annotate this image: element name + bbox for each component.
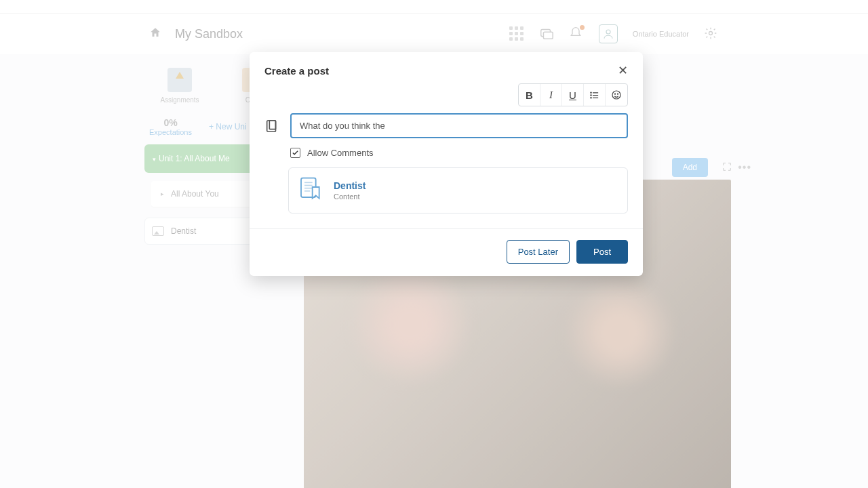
list-button[interactable]: [584, 84, 606, 106]
attached-content-card[interactable]: Dentist Content: [288, 167, 628, 214]
post-text-input[interactable]: [290, 113, 628, 138]
user-avatar-icon[interactable]: [599, 24, 618, 43]
italic-button[interactable]: I: [540, 84, 562, 106]
svg-rect-14: [269, 120, 275, 129]
svg-point-11: [614, 94, 615, 94]
apps-grid-icon[interactable]: [509, 26, 524, 41]
svg-point-2: [606, 30, 610, 34]
svg-point-8: [591, 94, 591, 95]
svg-rect-13: [267, 120, 276, 131]
attachment-subtitle: Content: [334, 192, 366, 201]
format-toolbar: B I U: [518, 83, 628, 106]
allow-comments-checkbox[interactable]: [290, 148, 300, 158]
bold-button[interactable]: B: [519, 84, 540, 106]
svg-rect-1: [543, 32, 553, 39]
content-card-label: Dentist: [171, 226, 196, 236]
more-icon[interactable]: •••: [738, 161, 751, 174]
new-unit-link[interactable]: + New Uni: [209, 122, 247, 131]
attachment-title: Dentist: [334, 180, 366, 191]
settings-gear-icon[interactable]: [704, 26, 719, 41]
document-bookmark-icon: [300, 177, 323, 204]
expectations-widget[interactable]: 0% Expectations: [149, 117, 192, 136]
assignments-tool[interactable]: Assignments: [153, 68, 207, 104]
underline-button[interactable]: U: [562, 84, 584, 106]
svg-point-10: [612, 91, 620, 99]
create-post-modal: Create a post ✕ B I U Allow Comments: [250, 52, 643, 276]
attachment-icon[interactable]: [264, 119, 279, 134]
svg-point-7: [591, 92, 591, 93]
assignments-label: Assignments: [160, 96, 199, 104]
svg-point-3: [709, 32, 713, 35]
expectations-pct: 0%: [149, 117, 192, 128]
svg-point-9: [591, 97, 591, 98]
expand-icon[interactable]: [722, 161, 732, 172]
close-icon[interactable]: ✕: [618, 64, 628, 77]
modal-title: Create a post: [264, 65, 329, 77]
add-button[interactable]: Add: [672, 158, 708, 177]
expectations-label: Expectations: [149, 128, 192, 136]
svg-point-12: [617, 94, 618, 94]
post-button[interactable]: Post: [576, 240, 628, 264]
image-icon: [152, 226, 164, 236]
post-later-button[interactable]: Post Later: [507, 240, 570, 264]
app-header: My Sandbox Ontario Educator: [0, 14, 868, 54]
notifications-icon[interactable]: [569, 26, 584, 41]
unit-card-label: Unit 1: All About Me: [159, 154, 230, 163]
home-icon[interactable]: [149, 26, 161, 41]
user-name-label[interactable]: Ontario Educator: [633, 30, 689, 38]
allow-comments-label: Allow Comments: [307, 148, 374, 158]
messages-icon[interactable]: [539, 26, 554, 41]
course-title[interactable]: My Sandbox: [175, 27, 243, 41]
emoji-button[interactable]: [606, 84, 627, 106]
subunit-label: All About You: [171, 189, 219, 199]
assignments-icon: [167, 68, 192, 92]
